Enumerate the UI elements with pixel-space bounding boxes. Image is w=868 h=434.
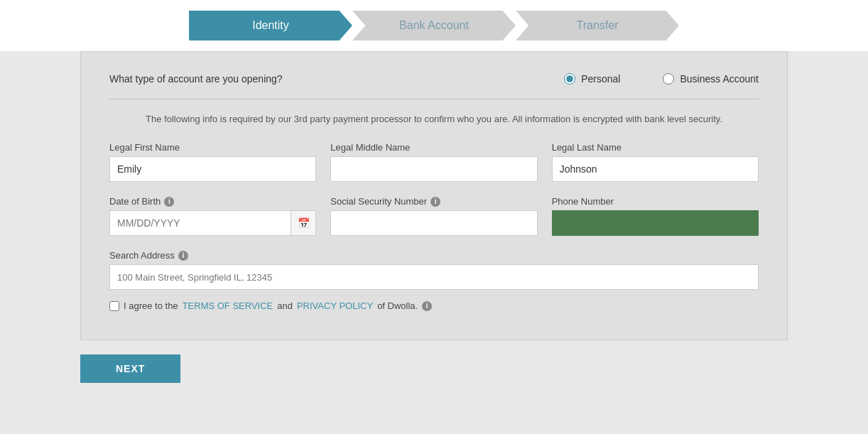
phone-label: Phone Number	[552, 196, 759, 207]
name-fields-row: Legal First Name Legal Middle Name Legal…	[109, 142, 759, 182]
address-info-icon[interactable]: i	[178, 251, 188, 261]
phone-group: Phone Number	[552, 196, 759, 236]
dob-label: Date of Birth i	[109, 196, 316, 207]
last-name-group: Legal Last Name	[552, 142, 759, 182]
calendar-button[interactable]: 📅	[291, 210, 316, 236]
terms-suffix: of Dwolla.	[377, 300, 418, 311]
dob-input[interactable]	[109, 210, 291, 236]
address-input[interactable]	[109, 264, 759, 290]
step-transfer-label: Transfer	[577, 19, 619, 32]
account-type-row: What type of account are you opening? Pe…	[109, 73, 759, 85]
business-option[interactable]: Business Account	[663, 73, 759, 85]
first-name-input[interactable]	[109, 156, 316, 182]
middle-name-group: Legal Middle Name	[330, 142, 537, 182]
step-identity-label: Identity	[252, 19, 289, 32]
step-bank-account-label: Bank Account	[399, 19, 469, 32]
personal-option[interactable]: Personal	[564, 73, 620, 85]
terms-prefix: I agree to the	[124, 300, 178, 311]
divider	[109, 99, 759, 99]
middle-name-label: Legal Middle Name	[330, 142, 537, 153]
ssn-label: Social Security Number i	[330, 196, 537, 207]
phone-display	[552, 210, 759, 236]
last-name-label: Legal Last Name	[552, 142, 759, 153]
progress-bar: Identity Bank Account Transfer	[0, 0, 868, 51]
business-radio[interactable]	[663, 73, 674, 85]
personal-radio[interactable]	[564, 73, 575, 85]
next-button[interactable]: NEXT	[80, 354, 180, 383]
terms-info-icon[interactable]: i	[422, 301, 432, 311]
privacy-policy-link[interactable]: PRIVACY POLICY	[297, 300, 373, 311]
middle-name-input[interactable]	[330, 156, 537, 182]
form-container: What type of account are you opening? Pe…	[80, 51, 788, 340]
dob-input-wrapper: 📅	[109, 210, 316, 236]
address-label: Search Address i	[109, 250, 759, 261]
personal-label: Personal	[581, 73, 620, 85]
button-row: NEXT	[80, 354, 788, 383]
radio-group: Personal Business Account	[564, 73, 759, 85]
dob-info-icon[interactable]: i	[164, 197, 174, 207]
dob-group: Date of Birth i 📅	[109, 196, 316, 236]
ssn-group: Social Security Number i	[330, 196, 537, 236]
dob-ssn-phone-row: Date of Birth i 📅 Social Security Number…	[109, 196, 759, 236]
business-label: Business Account	[680, 73, 759, 85]
last-name-input[interactable]	[552, 156, 759, 182]
info-text: The following info is required by our 3r…	[109, 114, 759, 124]
ssn-input[interactable]	[330, 210, 537, 236]
ssn-info-icon[interactable]: i	[430, 197, 440, 207]
first-name-group: Legal First Name	[109, 142, 316, 182]
first-name-label: Legal First Name	[109, 142, 316, 153]
address-row: Search Address i	[109, 250, 759, 290]
terms-row: I agree to the TERMS OF SERVICE and PRIV…	[109, 300, 759, 311]
step-identity[interactable]: Identity	[189, 11, 352, 40]
account-type-question: What type of account are you opening?	[109, 73, 564, 85]
terms-checkbox[interactable]	[109, 301, 119, 311]
terms-of-service-link[interactable]: TERMS OF SERVICE	[183, 300, 273, 311]
terms-and: and	[277, 300, 293, 311]
step-bank-account[interactable]: Bank Account	[352, 11, 516, 40]
step-transfer[interactable]: Transfer	[516, 11, 679, 40]
